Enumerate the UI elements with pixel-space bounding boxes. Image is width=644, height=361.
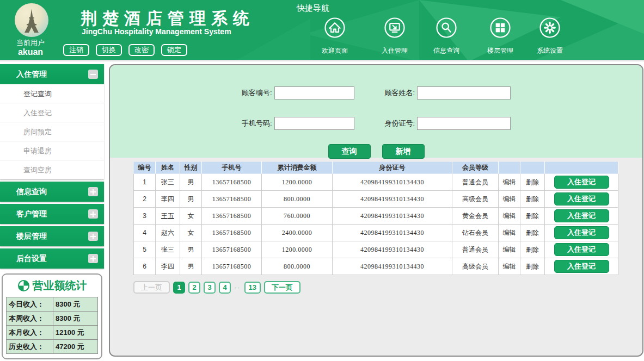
revenue-label: 今日收入： [7, 297, 53, 312]
delete-link[interactable]: 删除 [520, 174, 545, 191]
cell-name: 李四 [156, 258, 180, 275]
sidebar-group-backend-settings: 后台设置 [0, 248, 104, 269]
lock-button[interactable]: 锁定 [161, 44, 187, 56]
expand-plus-icon[interactable] [88, 187, 98, 196]
cell-phone: 13657168500 [202, 208, 262, 225]
expand-plus-icon[interactable] [88, 209, 98, 219]
cell-id: 1 [134, 174, 156, 191]
nav-welcome-page[interactable]: 欢迎页面 [312, 16, 358, 55]
expand-plus-icon[interactable] [88, 254, 98, 263]
cell-amount: 1200.0000 [262, 241, 333, 258]
revenue-row-month: 本月收入： 12100 元 [7, 326, 98, 340]
checkin-register-button[interactable]: 入住登记 [554, 226, 609, 239]
edit-link[interactable]: 编辑 [499, 191, 520, 208]
edit-link[interactable]: 编辑 [499, 174, 520, 191]
table-row: 1 张三 男 13657168500 1200.0000 42098419931… [134, 174, 618, 191]
change-password-button[interactable]: 改密 [128, 44, 155, 56]
form-buttons-row: 查询 新增 [110, 144, 642, 159]
sidebar-group-header-backend[interactable]: 后台设置 [0, 248, 104, 269]
switch-user-button[interactable]: 切换 [96, 44, 122, 56]
sidebar-group-header-customer[interactable]: 客户管理 [0, 204, 104, 224]
checkin-register-button[interactable]: 入住登记 [554, 243, 609, 256]
floor-grid-icon [489, 16, 512, 39]
page-button-13[interactable]: 13 [244, 282, 261, 294]
cell-amount: 1200.0000 [262, 174, 333, 191]
current-user-block: 当前用户 akuan [0, 38, 61, 56]
col-header-edit [499, 162, 520, 174]
phone-number-input[interactable] [274, 117, 354, 130]
checkin-register-button[interactable]: 入住登记 [554, 176, 609, 189]
sidebar-item-checkout-request[interactable]: 申请退房 [0, 141, 104, 160]
customer-name-input[interactable] [417, 86, 511, 99]
sidebar-item-checkin-register[interactable]: 入住登记 [0, 103, 104, 122]
revenue-label: 本月收入： [7, 326, 53, 340]
nav-floor-management[interactable]: 楼层管理 [477, 16, 523, 55]
delete-link[interactable]: 删除 [520, 225, 545, 241]
sidebar-group-header-checkin[interactable]: 入住管理 [0, 64, 104, 84]
prev-page-button[interactable]: 上一页 [133, 281, 170, 294]
customer-id-label: 顾客编号: [242, 88, 272, 98]
app-title: 荆楚酒店管理系统 [81, 8, 255, 30]
revenue-value: 8300 元 [53, 297, 98, 312]
cell-gender: 男 [180, 258, 202, 275]
delete-link[interactable]: 删除 [520, 258, 545, 275]
sidebar-group-header-info-query[interactable]: 信息查询 [0, 182, 104, 202]
sidebar-item-registration-query[interactable]: 登记查询 [0, 84, 104, 103]
cell-idcard: 420984199310134430 [333, 258, 452, 275]
add-new-button[interactable]: 新增 [382, 144, 425, 159]
cell-name: 王五 [156, 208, 180, 225]
collapse-minus-icon[interactable] [88, 70, 98, 79]
col-header-level: 会员等级 [452, 162, 499, 174]
edit-link[interactable]: 编辑 [499, 208, 520, 225]
cell-idcard: 420984199310134430 [333, 241, 452, 258]
next-page-button[interactable]: 下一页 [264, 281, 300, 294]
revenue-label: 本周收入： [7, 312, 53, 326]
col-header-idcard: 身份证号 [333, 162, 452, 174]
page-button-2[interactable]: 2 [188, 282, 200, 294]
sidebar-group-customer-management: 客户管理 [0, 204, 104, 224]
nav-label: 信息查询 [424, 46, 469, 55]
delete-link[interactable]: 删除 [520, 191, 545, 208]
edit-link[interactable]: 编辑 [499, 225, 520, 241]
col-header-phone: 手机号 [202, 162, 262, 174]
nav-checkin-management[interactable]: 入住管理 [372, 16, 418, 55]
sidebar-group-label: 楼层管理 [16, 232, 47, 240]
cell-id: 6 [134, 258, 156, 275]
table-row: 3 王五 女 13657168500 760.0000 420984199310… [134, 208, 618, 225]
nav-system-settings[interactable]: 系统设置 [527, 16, 573, 55]
cell-idcard: 420984199310134430 [333, 191, 452, 208]
edit-link[interactable]: 编辑 [499, 241, 520, 258]
page-button-4[interactable]: 4 [219, 282, 231, 294]
eiffel-tower-icon [22, 8, 41, 35]
checkin-register-button[interactable]: 入住登记 [554, 260, 609, 273]
cell-level: 普通会员 [452, 241, 499, 258]
cell-level: 高级会员 [452, 258, 499, 275]
sidebar-item-room-reservation[interactable]: 房间预定 [0, 122, 104, 141]
cell-idcard: 420984199310134430 [333, 208, 452, 225]
idcard-number-input[interactable] [417, 117, 511, 130]
sidebar-item-vacant-room-query[interactable]: 查询空房 [0, 160, 104, 179]
page-button-1[interactable]: 1 [173, 282, 185, 294]
logout-button[interactable]: 注销 [63, 44, 89, 56]
query-button[interactable]: 查询 [328, 144, 371, 159]
delete-link[interactable]: 删除 [520, 208, 545, 225]
revenue-row-history: 历史收入： 47200 元 [7, 340, 98, 354]
delete-link[interactable]: 删除 [520, 241, 545, 258]
revenue-title-row: 营业额统计 [6, 278, 98, 293]
pagination: 上一页 1 2 3 4 ·· 13 下一页 [133, 281, 642, 294]
nav-label: 系统设置 [527, 46, 573, 55]
edit-link[interactable]: 编辑 [499, 258, 520, 275]
revenue-value: 12100 元 [53, 326, 98, 340]
col-header-delete [520, 162, 545, 174]
checkin-register-button[interactable]: 入住登记 [554, 192, 609, 206]
user-avatar[interactable] [15, 3, 48, 37]
customer-id-input[interactable] [274, 86, 354, 99]
nav-info-query[interactable]: 信息查询 [424, 16, 469, 55]
sidebar-group-label: 入住管理 [16, 70, 47, 78]
app-subtitle: JingChu Hospitality Management System [82, 27, 231, 36]
quick-nav-title: 快捷导航 [297, 3, 329, 14]
page-button-3[interactable]: 3 [204, 282, 216, 294]
checkin-register-button[interactable]: 入住登记 [554, 209, 609, 222]
sidebar-group-header-floor[interactable]: 楼层管理 [0, 226, 104, 246]
expand-plus-icon[interactable] [88, 232, 98, 241]
